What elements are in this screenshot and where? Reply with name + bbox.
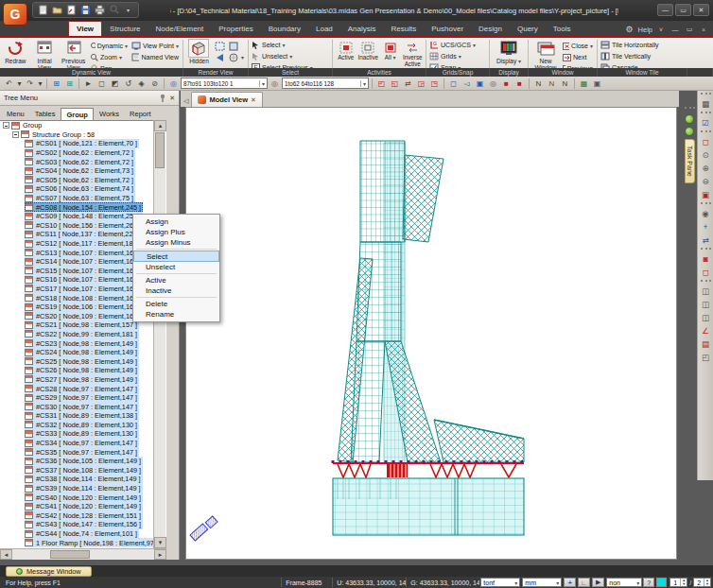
render-globe-button[interactable]: ▾ — [227, 52, 246, 62]
minimize-button[interactable]: — — [657, 4, 673, 16]
collapse-icon[interactable] — [12, 131, 19, 138]
tree-row[interactable]: #CS32 [ Node,89 : Element,130 ] — [0, 421, 166, 430]
task-sphere-icon[interactable] — [685, 127, 694, 136]
tree-row[interactable]: #CS28 [ Node,97 : Element,147 ] — [0, 384, 166, 393]
context-menu-item-unselect[interactable]: Unselect — [133, 262, 219, 272]
activate-id-icon[interactable]: ◱ — [389, 78, 401, 90]
selection-id-combo-1[interactable]: 87to91 103to120 1▾ — [181, 78, 268, 89]
tree-row[interactable]: #CS07 [ Node,63 : Element,75 ] — [0, 194, 166, 203]
tree-row[interactable]: #CS05 [ Node,62 : Element,72 ] — [0, 176, 166, 185]
tree-tab-works[interactable]: Works — [95, 108, 124, 120]
magnify-icon[interactable]: ◉ — [699, 207, 713, 220]
tree-row[interactable]: #CS29 [ Node,97 : Element,147 ] — [0, 393, 166, 403]
context-menu-item-rename[interactable]: Rename — [133, 309, 219, 320]
tab-close-icon[interactable]: ✕ — [251, 96, 256, 104]
ribbon-tab-load[interactable]: Load — [308, 21, 340, 36]
select-window-icon[interactable]: ◻ — [96, 78, 108, 90]
tree-row[interactable]: #CS08 [ Node,154 : Element,245 ] — [0, 202, 166, 212]
tree-row[interactable]: #CS26 [ Node,98 : Element,149 ] — [0, 366, 166, 375]
mode-select[interactable]: non▾ — [606, 578, 642, 587]
task-sphere-icon[interactable] — [685, 114, 694, 124]
palette-icon[interactable]: ▦ — [578, 78, 590, 90]
lock-icon[interactable]: ▣ — [591, 78, 603, 90]
drag-handle[interactable] — [685, 107, 695, 111]
tree-row[interactable]: #CS44 [ Node,74 : Element,101 ] — [0, 529, 166, 539]
select-id-icon[interactable]: ◎ — [167, 78, 180, 90]
ucs-gcs-button[interactable]: GUCS/GCS▾ — [427, 40, 488, 50]
tree-row[interactable]: Structure Group : 58 — [0, 130, 166, 140]
context-menu-item-active[interactable]: Active — [133, 275, 219, 285]
snap-icon[interactable]: ☑ — [699, 116, 713, 130]
pin-icon[interactable] — [159, 94, 166, 102]
save-icon[interactable] — [79, 4, 92, 16]
tree-tab-report[interactable]: Report — [125, 108, 156, 120]
tree-view-icon[interactable]: ⊞ — [63, 78, 76, 90]
panel-close-icon[interactable]: ✕ — [169, 95, 175, 102]
node-number-icon[interactable]: N — [532, 78, 545, 90]
tree-row[interactable]: #CS24 [ Node,98 : Element,149 ] — [0, 348, 166, 357]
ribbon-tab-design[interactable]: Design — [471, 21, 510, 36]
ribbon-tab-pushover[interactable]: Pushover — [424, 21, 471, 36]
select-intersect-icon[interactable]: ↺ — [122, 78, 134, 90]
task-pane-tab[interactable]: Task Pane — [685, 139, 695, 183]
activate-icon[interactable]: ◰ — [375, 78, 388, 90]
zoom-out-icon[interactable]: ⊖ — [699, 175, 713, 188]
help-question-button[interactable]: ? — [643, 578, 654, 587]
play-icon[interactable]: ▶ — [592, 578, 604, 587]
context-menu-item-delete[interactable]: Delete — [133, 299, 219, 309]
tree-row[interactable]: Group — [0, 121, 166, 130]
context-menu-item-inactive[interactable]: Inactive — [133, 285, 219, 296]
ribbon-tab-properties[interactable]: Properties — [211, 21, 260, 36]
length-unit-select[interactable]: mm▾ — [522, 578, 562, 587]
zoom-button[interactable]: Zoom▾ — [88, 52, 130, 62]
help-label[interactable]: Help — [638, 26, 652, 34]
tree-row[interactable]: #CS25 [ Node,98 : Element,149 ] — [0, 356, 166, 366]
tree-row[interactable]: #CS35 [ Node,97 : Element,147 ] — [0, 447, 166, 457]
ribbon-tab-analysis[interactable]: Analysis — [340, 21, 384, 36]
close-window-button[interactable]: Close▾ — [561, 41, 595, 51]
next-window-button[interactable]: Next — [561, 52, 595, 62]
help-dropdown-icon[interactable]: ˅ — [655, 25, 667, 35]
capture-icon[interactable]: ◙ — [699, 252, 713, 266]
unit-move-icon[interactable]: + — [564, 578, 576, 587]
ribbon-tab-tools[interactable]: Tools — [546, 21, 579, 36]
side-view-icon[interactable]: ◫ — [699, 311, 713, 324]
drag-handle[interactable] — [701, 248, 711, 251]
zoom-window-icon[interactable]: ◻ — [447, 78, 460, 90]
redo-icon[interactable]: ↷ — [24, 78, 36, 90]
scroll-right-icon[interactable]: ► — [154, 549, 166, 560]
scroll-up-icon[interactable]: ▲ — [154, 120, 166, 131]
deactivate-icon[interactable]: ◲ — [415, 78, 427, 90]
undo-drop-icon[interactable]: ▾ — [16, 78, 23, 90]
context-menu-item-assign-minus[interactable]: Assign Minus — [133, 237, 219, 248]
restore-button[interactable]: ▭ — [675, 4, 691, 16]
ribbon-restore-icon[interactable]: ▭ — [684, 25, 695, 35]
activate-all-icon[interactable]: ◳ — [428, 78, 441, 90]
ucs-axis-icon[interactable]: ∟ — [578, 578, 590, 587]
select-button[interactable]: Select▾ — [250, 40, 331, 50]
tree-row[interactable]: #CS01 [ Node,121 : Element,70 ] — [0, 139, 166, 148]
app-logo[interactable]: G — [3, 3, 27, 26]
display-option-icon[interactable]: N — [559, 78, 571, 90]
open-file-icon[interactable] — [51, 4, 63, 16]
model-canvas[interactable] — [185, 107, 677, 560]
tree-tab-tables[interactable]: Tables — [30, 108, 61, 120]
tree-row[interactable]: #CS30 [ Node,97 : Element,147 ] — [0, 402, 166, 411]
force-unit-select[interactable]: tonf▾ — [480, 578, 520, 587]
tree-row[interactable]: #CS03 [ Node,62 : Element,72 ] — [0, 157, 166, 166]
page-current-spinner[interactable]: 1▲▼ — [670, 578, 687, 587]
perspective-icon[interactable]: ■ — [513, 78, 526, 90]
scroll-down-icon[interactable]: ▼ — [154, 537, 166, 548]
page-total-spinner[interactable]: 2▲▼ — [693, 578, 711, 587]
tree-tab-menu[interactable]: Menu — [2, 108, 29, 120]
about-gear-icon[interactable]: ⚙ — [624, 25, 635, 35]
front-view-icon[interactable]: ◫ — [699, 298, 713, 311]
tree-row[interactable]: #CS40 [ Node,120 : Element,149 ] — [0, 493, 166, 502]
scroll-thumb[interactable] — [50, 550, 90, 559]
tree-assign-icon[interactable]: ⊞ — [50, 78, 62, 90]
message-window-tab[interactable]: Message Window — [6, 566, 92, 577]
import-icon[interactable] — [65, 4, 78, 16]
qat-dropdown-icon[interactable]: ▾ — [122, 4, 134, 16]
ribbon-close-icon[interactable]: × — [698, 25, 709, 35]
render-left-icon[interactable]: ◅ — [461, 78, 473, 90]
